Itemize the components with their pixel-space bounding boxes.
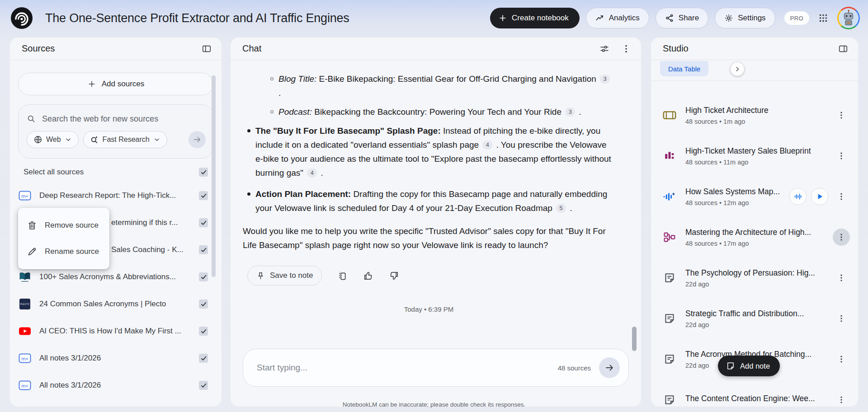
chat-text: Would you like me to help you write the … bbox=[243, 224, 615, 252]
source-checkbox[interactable] bbox=[199, 245, 208, 254]
chat-input[interactable] bbox=[257, 363, 558, 373]
studio-item-meta: 22d ago bbox=[685, 281, 833, 288]
select-all-checkbox[interactable] bbox=[199, 168, 208, 177]
studio-item-row[interactable]: Mastering the Architecture of High...48 … bbox=[651, 217, 858, 258]
studio-item-row[interactable]: High-Ticket Mastery Sales Blueprint48 so… bbox=[651, 136, 858, 176]
source-checkbox[interactable] bbox=[199, 381, 208, 390]
add-sources-button[interactable]: Add sources bbox=[18, 73, 213, 95]
text-segment: . bbox=[318, 168, 323, 178]
svg-text:PLECTO: PLECTO bbox=[20, 303, 30, 305]
text-segment: E-Bike Bikepacking: Essential Gear for O… bbox=[316, 74, 599, 84]
save-to-note-label: Save to note bbox=[270, 271, 313, 280]
source-title: 100+ Sales Acronyms & Abbreviations... bbox=[39, 272, 199, 281]
save-to-note-button[interactable]: Save to note bbox=[247, 266, 322, 286]
context-menu-item[interactable]: Rename source bbox=[18, 239, 109, 265]
studio-item-actions bbox=[833, 147, 850, 164]
research-mode-chip[interactable]: Fast Research bbox=[83, 131, 167, 148]
chat-paragraph: Would you like me to help you write the … bbox=[243, 224, 615, 252]
chat-panel-header: Chat bbox=[231, 37, 641, 60]
research-mode-label: Fast Research bbox=[103, 136, 150, 144]
studio-item-menu-button[interactable] bbox=[833, 310, 850, 327]
expand-panel-icon[interactable] bbox=[838, 44, 848, 54]
web-filter-chip[interactable]: Web bbox=[27, 131, 79, 148]
source-checkbox[interactable] bbox=[199, 300, 208, 309]
studio-item-menu-button[interactable] bbox=[833, 147, 850, 164]
copy-icon[interactable] bbox=[337, 271, 348, 281]
source-title: Sales Coaching - K... bbox=[111, 245, 199, 254]
thumbs-down-icon[interactable] bbox=[389, 271, 399, 281]
source-checkbox[interactable] bbox=[199, 191, 208, 200]
studio-panel-header: Studio bbox=[651, 37, 858, 60]
citation-chip[interactable]: 3 bbox=[565, 108, 575, 117]
source-checkbox[interactable] bbox=[199, 272, 208, 281]
studio-item-menu-button[interactable] bbox=[833, 351, 850, 368]
source-row[interactable]: m+Deep Research Report: The High-Tick... bbox=[10, 182, 222, 209]
studio-item-row[interactable]: High Ticket Architecture48 sources • 1m … bbox=[651, 95, 858, 136]
thumbs-up-icon[interactable] bbox=[363, 271, 373, 281]
note-icon bbox=[662, 352, 677, 366]
plus-icon bbox=[498, 14, 507, 23]
studio-item-menu-button[interactable] bbox=[833, 229, 850, 246]
gear-icon bbox=[724, 14, 733, 23]
disclaimer-text: NotebookLM can be inaccurate; please dou… bbox=[0, 401, 868, 408]
apps-grid-button[interactable] bbox=[816, 10, 831, 26]
studio-item-row[interactable]: The Psychology of Persuasion: Hig...22d … bbox=[651, 258, 858, 298]
share-button[interactable]: Share bbox=[656, 8, 708, 28]
citation-chip[interactable]: 3 bbox=[600, 75, 610, 84]
studio-item-row[interactable]: Strategic Traffic and Distribution...22d… bbox=[651, 298, 858, 339]
analytics-icon bbox=[595, 14, 604, 23]
audio-waveform-icon bbox=[662, 190, 677, 203]
source-checkbox[interactable] bbox=[199, 218, 208, 227]
studio-item-menu-button[interactable] bbox=[833, 269, 850, 286]
sources-panel-header: Sources bbox=[10, 37, 222, 60]
source-row[interactable]: AI CEO: THIS is How I'd Make My First ..… bbox=[10, 318, 222, 345]
studio-item-actions bbox=[833, 351, 850, 368]
flashcards-icon bbox=[662, 108, 677, 122]
search-input-row[interactable]: Search the web for new sources bbox=[27, 111, 206, 126]
chat-settings-icon[interactable] bbox=[599, 44, 609, 54]
citation-chip[interactable]: 5 bbox=[556, 204, 566, 213]
studio-item-menu-button[interactable] bbox=[833, 188, 850, 205]
citation-chip[interactable]: 4 bbox=[482, 140, 492, 150]
add-note-icon bbox=[726, 361, 735, 370]
carousel-next-button[interactable] bbox=[731, 62, 744, 76]
source-row[interactable]: m+All notes 3/1/2026 bbox=[10, 372, 222, 399]
search-submit-button[interactable] bbox=[189, 131, 206, 148]
create-notebook-button[interactable]: Create notebook bbox=[490, 8, 580, 28]
chat-more-menu-icon[interactable] bbox=[621, 44, 631, 54]
studio-item-row[interactable]: How Sales Systems Map...48 sources • 12m… bbox=[651, 176, 858, 217]
audio-interactive-button[interactable] bbox=[789, 188, 807, 205]
sources-scrollbar[interactable] bbox=[212, 75, 216, 277]
source-row[interactable]: PLECTO24 Common Sales Acronyms | Plecto bbox=[10, 290, 222, 318]
svg-text:m+: m+ bbox=[21, 356, 28, 361]
search-filter-row: Web Fast Research bbox=[27, 131, 206, 148]
source-checkbox[interactable] bbox=[199, 354, 208, 363]
markdown-icon: m+ bbox=[18, 352, 32, 364]
source-row[interactable]: m+All notes 3/1/2026 bbox=[10, 345, 222, 372]
studio-item-menu-button[interactable] bbox=[833, 107, 850, 124]
web-filter-label: Web bbox=[46, 136, 61, 144]
add-note-label: Add note bbox=[740, 362, 770, 370]
studio-panel: Studio Data Table High Ticket Architectu… bbox=[651, 37, 858, 407]
studio-item-title: High Ticket Architecture bbox=[685, 106, 833, 115]
chat-text: Action Plan Placement: Drafting the copy… bbox=[255, 187, 615, 215]
studio-item-meta: 48 sources • 11m ago bbox=[685, 159, 833, 166]
analytics-button[interactable]: Analytics bbox=[586, 8, 649, 28]
add-note-button[interactable]: Add note bbox=[718, 356, 780, 376]
account-avatar[interactable] bbox=[837, 7, 860, 29]
source-checkbox[interactable] bbox=[199, 327, 208, 336]
note-icon bbox=[662, 271, 677, 285]
data-table-chip[interactable]: Data Table bbox=[660, 61, 708, 76]
chevron-down-icon bbox=[65, 136, 72, 143]
studio-item-actions bbox=[833, 107, 850, 124]
context-menu-item[interactable]: Remove source bbox=[18, 212, 109, 239]
notebooklm-logo-icon[interactable] bbox=[11, 7, 33, 29]
citation-chip[interactable]: 4 bbox=[307, 169, 317, 178]
studio-panel-title: Studio bbox=[663, 43, 689, 54]
collapse-panel-icon[interactable] bbox=[202, 44, 212, 54]
send-message-button[interactable] bbox=[599, 357, 620, 378]
audio-play-button[interactable] bbox=[811, 188, 828, 205]
chat-scrollbar[interactable] bbox=[632, 327, 637, 351]
settings-button[interactable]: Settings bbox=[715, 8, 775, 28]
studio-item-texts: High Ticket Architecture48 sources • 1m … bbox=[685, 106, 833, 125]
